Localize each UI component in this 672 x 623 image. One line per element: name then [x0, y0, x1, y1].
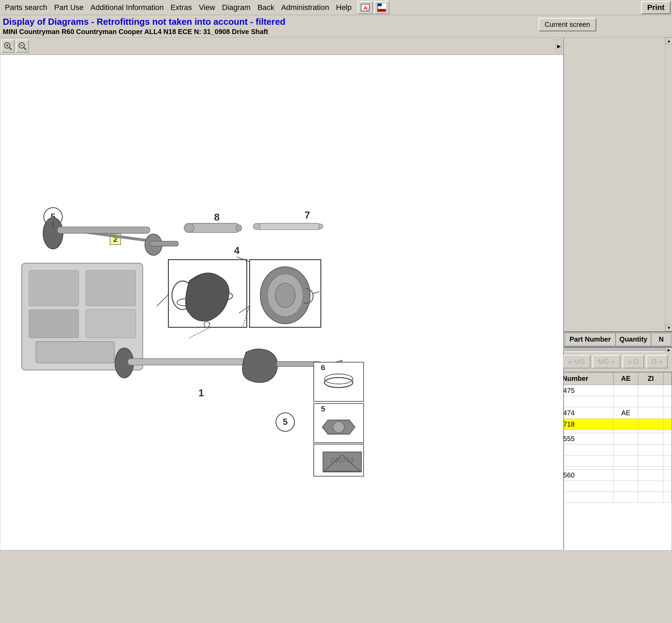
diagram-pane: ▶ 5 2 8 7 4: [0, 37, 564, 550]
right-pane-top: ▲ ▼: [564, 37, 672, 332]
cell-scroll-spacer: [663, 396, 671, 407]
menu-diagram[interactable]: Diagram: [219, 2, 254, 13]
scroll-track: [665, 44, 672, 324]
prev-mg-button[interactable]: « MG: [563, 355, 590, 368]
next-d-button[interactable]: D »: [646, 355, 668, 368]
menu-back[interactable]: Back: [254, 2, 278, 13]
cell-scroll-spacer: [663, 433, 671, 444]
next-mg-button[interactable]: MG »: [593, 355, 620, 368]
right-pane-table-header: Part Number Quantity N: [564, 332, 672, 347]
scroll-up-arrow[interactable]: ▲: [665, 37, 672, 44]
toolbar-icon-flag[interactable]: [374, 1, 389, 14]
subtitle-bold: 31_0908 Drive Shaft: [203, 28, 268, 35]
cell-scroll-spacer: [663, 407, 671, 419]
cell-ae: [613, 492, 638, 503]
print-button[interactable]: Print: [641, 1, 671, 14]
svg-line-13: [24, 47, 26, 50]
nav-buttons: « MG MG » « D D »: [563, 355, 668, 368]
svg-rect-4: [382, 3, 386, 6]
svg-rect-3: [378, 3, 382, 6]
cell-zi: [638, 419, 663, 430]
cell-ae: AE: [613, 407, 638, 419]
zoom-in-button[interactable]: [1, 40, 14, 53]
svg-rect-5: [378, 6, 386, 9]
right-col-n: N: [651, 333, 671, 346]
svg-text:4: 4: [234, 245, 239, 256]
main-layout: ▶ 5 2 8 7 4: [0, 37, 672, 347]
menu-bar: Parts search Part Use Additional Informa…: [0, 0, 672, 15]
svg-text:5: 5: [321, 404, 325, 413]
svg-point-77: [236, 225, 242, 231]
right-col-quantity: Quantity: [616, 333, 651, 346]
svg-text:D: D: [366, 7, 369, 11]
svg-line-9: [9, 47, 12, 50]
svg-rect-38: [86, 310, 136, 338]
right-col-partnumber: Part Number: [565, 333, 616, 346]
cell-ae: [613, 455, 638, 466]
diagram-area[interactable]: 5 2 8 7 4 3 6 1 5: [0, 55, 563, 550]
cell-zi: [638, 407, 663, 419]
cell-zi: [638, 396, 663, 407]
diagram-svg: 5 2 8 7 4 3 6 1 5: [0, 55, 563, 550]
zoom-out-button[interactable]: [16, 40, 29, 53]
menu-additional-info[interactable]: Additional Information: [87, 2, 167, 13]
svg-rect-6: [378, 9, 386, 12]
menu-administration[interactable]: Administration: [278, 2, 333, 13]
menu-parts-search[interactable]: Parts search: [1, 2, 51, 13]
cell-zi: [638, 466, 663, 470]
cell-ae: [613, 444, 638, 455]
right-pane: ▲ ▼ Part Number Quantity N: [564, 37, 672, 347]
cell-ae: [613, 419, 638, 430]
cell-ae: [613, 396, 638, 407]
svg-rect-78: [257, 223, 321, 230]
cell-zi: [638, 470, 663, 481]
svg-point-76: [184, 223, 194, 233]
cell-ae: [613, 481, 638, 492]
menu-help[interactable]: Help: [333, 2, 355, 13]
cell-scroll-spacer: [663, 444, 671, 455]
cell-scroll-spacer: [663, 455, 671, 466]
toolbar-icon-text[interactable]: AD: [358, 1, 373, 14]
svg-rect-37: [86, 270, 136, 306]
scroll-down-arrow[interactable]: ▼: [665, 324, 672, 331]
svg-text:1: 1: [198, 387, 204, 398]
cell-scroll-spacer: [663, 419, 671, 430]
svg-rect-31: [57, 227, 150, 233]
svg-rect-54: [277, 362, 319, 366]
svg-text:6: 6: [321, 363, 325, 372]
svg-rect-35: [29, 270, 79, 306]
svg-point-79: [253, 223, 260, 230]
svg-rect-33: [150, 241, 178, 246]
zoom-toolbar: ▶: [0, 37, 563, 55]
svg-point-48: [275, 283, 295, 307]
cell-scroll-spacer: [663, 470, 671, 481]
svg-text:240743: 240743: [330, 456, 354, 464]
scroll-indicator-right: ▶: [556, 40, 562, 53]
cell-zi: [638, 385, 663, 396]
svg-rect-39: [36, 342, 115, 363]
cell-zi: [638, 492, 663, 503]
cell-zi: [638, 433, 663, 444]
cell-ae: [613, 385, 638, 396]
cell-scroll-spacer: [663, 430, 671, 433]
svg-text:7: 7: [304, 210, 310, 221]
cell-zi: [638, 430, 663, 433]
svg-rect-36: [29, 310, 79, 338]
svg-point-63: [333, 421, 344, 433]
right-pane-scrollbar: ▲ ▼: [665, 37, 672, 331]
cell-scroll-spacer: [663, 466, 671, 470]
scroll-right-btn[interactable]: ▶: [665, 348, 672, 352]
current-screen-button[interactable]: Current screen: [539, 18, 596, 31]
menu-part-use[interactable]: Part Use: [51, 2, 87, 13]
col-header-scroll: [663, 373, 671, 385]
menu-view[interactable]: View: [195, 2, 218, 13]
svg-rect-53: [128, 359, 249, 365]
svg-text:8: 8: [214, 212, 219, 223]
prev-d-button[interactable]: « D: [622, 355, 644, 368]
cell-ae: [613, 466, 638, 470]
menu-extras[interactable]: Extras: [167, 2, 195, 13]
cell-ae: [613, 430, 638, 433]
cell-ae: [613, 470, 638, 481]
svg-point-80: [319, 224, 323, 229]
cell-ae: [613, 433, 638, 444]
